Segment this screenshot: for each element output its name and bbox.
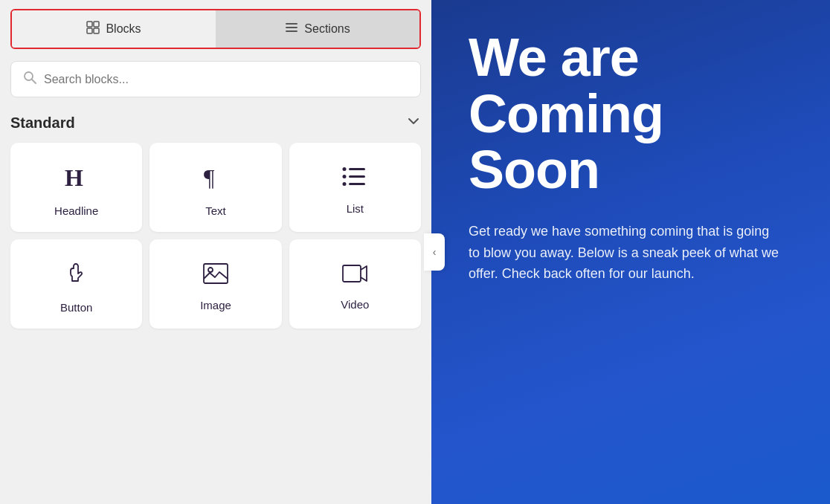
svg-rect-17	[204, 264, 228, 283]
text-icon: ¶	[203, 164, 228, 194]
block-item-list[interactable]: List	[289, 143, 421, 232]
headline-label: Headline	[54, 204, 98, 217]
svg-rect-11	[349, 168, 365, 170]
block-item-text[interactable]: ¶ Text	[149, 143, 281, 232]
search-container	[10, 61, 421, 97]
svg-rect-3	[94, 28, 99, 33]
svg-line-8	[32, 80, 36, 83]
block-item-image[interactable]: Image	[149, 239, 281, 329]
tab-sections-label: Sections	[304, 22, 350, 36]
svg-text:¶: ¶	[204, 164, 215, 190]
svg-rect-1	[94, 22, 99, 27]
hero-subtitle: Get ready we have something coming that …	[469, 221, 781, 285]
search-box	[10, 61, 421, 97]
tab-blocks[interactable]: Blocks	[12, 10, 216, 48]
blocks-grid: H Headline ¶ Text	[10, 143, 421, 329]
section-header: Standard	[10, 114, 421, 132]
svg-rect-4	[286, 23, 297, 25]
svg-point-14	[343, 167, 347, 171]
button-label: Button	[60, 301, 92, 314]
block-item-video[interactable]: Video	[289, 239, 421, 329]
chevron-left-icon: ‹	[433, 246, 437, 258]
svg-point-16	[343, 182, 347, 186]
block-item-button[interactable]: Button	[10, 239, 142, 329]
tab-blocks-label: Blocks	[106, 22, 141, 36]
svg-rect-5	[286, 27, 297, 28]
list-label: List	[347, 202, 364, 215]
text-label: Text	[205, 204, 226, 217]
svg-rect-6	[286, 30, 297, 32]
svg-point-18	[208, 268, 213, 272]
list-icon	[341, 166, 368, 192]
svg-rect-19	[343, 265, 361, 282]
button-block-icon	[63, 260, 90, 291]
chevron-down-icon[interactable]	[406, 114, 421, 132]
blocks-tab-icon	[86, 21, 100, 37]
search-input[interactable]	[44, 73, 408, 86]
svg-text:H: H	[65, 164, 83, 190]
standard-section-title: Standard	[10, 114, 75, 132]
headline-icon: H	[63, 164, 90, 194]
svg-rect-2	[87, 28, 92, 33]
preview-panel: We are Coming Soon Get ready we have som…	[431, 0, 830, 504]
block-item-headline[interactable]: H Headline	[10, 143, 142, 232]
left-panel: Blocks Sections Sta	[0, 0, 431, 504]
svg-point-7	[25, 72, 33, 80]
video-label: Video	[341, 298, 369, 311]
sections-tab-icon	[285, 22, 298, 36]
search-icon	[23, 71, 36, 88]
image-icon	[202, 262, 229, 288]
hero-title: We are Coming Soon	[469, 30, 800, 198]
svg-rect-12	[349, 175, 365, 178]
tab-sections[interactable]: Sections	[216, 10, 419, 48]
svg-point-15	[343, 175, 347, 178]
svg-rect-13	[349, 183, 365, 185]
tabs-row: Blocks Sections	[10, 9, 421, 49]
video-icon	[341, 263, 368, 288]
image-label: Image	[200, 299, 231, 311]
collapse-panel-button[interactable]: ‹	[424, 233, 445, 271]
svg-rect-0	[87, 22, 92, 27]
